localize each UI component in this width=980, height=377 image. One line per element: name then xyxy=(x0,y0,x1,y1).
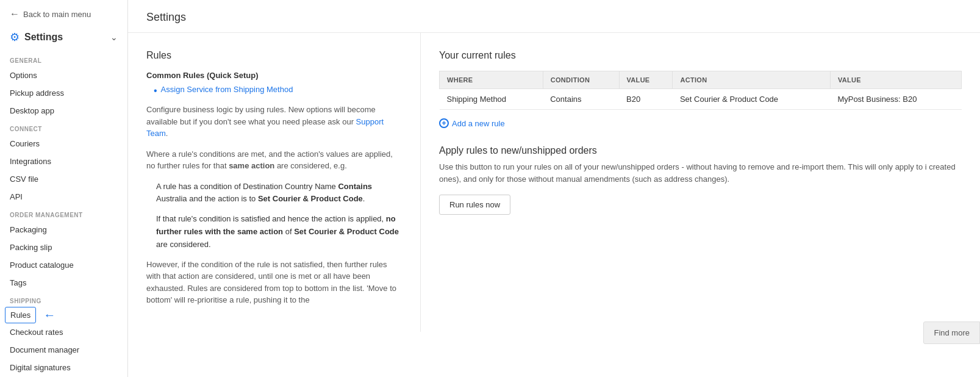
section-label-general: GENERAL xyxy=(0,51,127,66)
row-value: B20 xyxy=(619,89,673,110)
row-where: Shipping Method xyxy=(440,89,543,110)
desc1: Configure business logic by using rules.… xyxy=(146,104,402,140)
rules-table: WHERE CONDITION VALUE ACTION VALUE Shipp… xyxy=(439,71,962,110)
sidebar: ← Back to main menu ⚙ Settings ⌄ GENERAL… xyxy=(0,0,128,377)
col-value: VALUE xyxy=(619,71,673,89)
page-header: Settings xyxy=(128,0,980,33)
add-rule-label: Add a new rule xyxy=(452,119,505,128)
sidebar-item-options[interactable]: Options xyxy=(0,66,127,84)
example1-end: . xyxy=(363,194,365,203)
apply-rules-desc: Use this button to run your rules on all… xyxy=(439,161,962,185)
row-action-value: MyPost Business: B20 xyxy=(830,89,961,110)
example1-bold2: Set Courier & Product Code xyxy=(258,194,363,203)
sidebar-item-pickup-address[interactable]: Pickup address xyxy=(0,84,127,102)
sidebar-item-rules[interactable]: Rules xyxy=(5,307,36,323)
example2-text: If that rule's condition is satisfied an… xyxy=(156,213,402,251)
back-label: Back to main menu xyxy=(23,10,91,19)
right-panel: Your current rules WHERE CONDITION VALUE… xyxy=(421,33,980,332)
add-rule-link[interactable]: + Add a new rule xyxy=(439,118,962,128)
main-content: Settings Rules Common Rules (Quick Setup… xyxy=(128,0,980,377)
col-action-value: VALUE xyxy=(830,71,961,89)
chevron-down-icon[interactable]: ⌄ xyxy=(110,32,118,42)
example1-mid: Australia and the action is to xyxy=(156,194,258,203)
example1-text: A rule has a condition of Destination Co… xyxy=(156,181,402,206)
example1-start: A rule has a condition of Destination Co… xyxy=(156,182,338,191)
table-row: Shipping Method Contains B20 Set Courier… xyxy=(440,89,962,110)
example1-bold1: Contains xyxy=(338,182,372,191)
example2-bold2: Set Courier & Product Code xyxy=(294,227,399,236)
desc1-text: Configure business logic by using rules.… xyxy=(146,105,376,126)
sidebar-item-packing-slip[interactable]: Packing slip xyxy=(0,239,127,256)
section-label-order-management: ORDER MANAGEMENT xyxy=(0,206,127,221)
example2-start: If that rule's condition is satisfied an… xyxy=(156,214,386,223)
sidebar-item-document-manager[interactable]: Document manager xyxy=(0,341,127,359)
sidebar-item-tags[interactable]: Tags xyxy=(0,274,127,292)
sidebar-item-product-catalogue[interactable]: Product catalogue xyxy=(0,256,127,274)
example2-mid: of xyxy=(283,227,294,236)
common-rules-link-item: • Assign Service from Shipping Method xyxy=(154,85,402,96)
rules-arrow-indicator: ← xyxy=(43,308,55,322)
desc1-end: . xyxy=(166,129,168,138)
bullet-dot-icon: • xyxy=(154,85,157,96)
back-arrow-icon: ← xyxy=(10,9,20,20)
section-label-shipping: SHIPPING xyxy=(0,292,127,307)
settings-header-left: ⚙ Settings xyxy=(10,31,63,44)
example1: A rule has a condition of Destination Co… xyxy=(146,181,402,251)
run-rules-button[interactable]: Run rules now xyxy=(439,195,510,215)
settings-sidebar-title: Settings xyxy=(24,32,63,43)
row-condition: Contains xyxy=(543,89,619,110)
col-where: WHERE xyxy=(440,71,543,89)
sidebar-item-api[interactable]: API xyxy=(0,188,127,206)
sidebar-item-integrations[interactable]: Integrations xyxy=(0,153,127,170)
common-rules-title: Common Rules (Quick Setup) xyxy=(146,71,402,80)
sidebar-item-packaging[interactable]: Packaging xyxy=(0,221,127,239)
example2-end: are considered. xyxy=(156,240,211,249)
apply-rules-title: Apply rules to new/unshipped orders xyxy=(439,145,962,156)
desc2-end: are considered, e.g. xyxy=(274,161,347,170)
assign-service-link[interactable]: Assign Service from Shipping Method xyxy=(161,85,293,94)
desc2: Where a rule's conditions are met, and t… xyxy=(146,148,402,172)
gear-icon: ⚙ xyxy=(10,31,20,44)
sidebar-item-csv-file[interactable]: CSV file xyxy=(0,170,127,188)
find-more-button[interactable]: Find more xyxy=(923,321,980,344)
back-to-main-menu-link[interactable]: ← Back to main menu xyxy=(0,0,127,26)
section-label-connect: CONNECT xyxy=(0,120,127,135)
desc2-bold: same action xyxy=(229,161,274,170)
sidebar-item-digital-signatures[interactable]: Digital signatures xyxy=(0,359,127,376)
plus-circle-icon: + xyxy=(439,118,449,128)
left-panel: Rules Common Rules (Quick Setup) • Assig… xyxy=(128,33,421,332)
content-area: Rules Common Rules (Quick Setup) • Assig… xyxy=(128,33,980,332)
row-action: Set Courier & Product Code xyxy=(673,89,830,110)
settings-header: ⚙ Settings ⌄ xyxy=(0,26,127,51)
page-title: Settings xyxy=(146,11,962,24)
example3-text: However, if the condition of the rule is… xyxy=(146,259,402,306)
col-condition: CONDITION xyxy=(543,71,619,89)
current-rules-title: Your current rules xyxy=(439,50,962,61)
sidebar-item-desktop-app[interactable]: Desktop app xyxy=(0,102,127,120)
sidebar-item-couriers[interactable]: Couriers xyxy=(0,135,127,153)
rules-section-title: Rules xyxy=(146,50,402,61)
sidebar-item-checkout-rates[interactable]: Checkout rates xyxy=(0,323,127,341)
col-action: ACTION xyxy=(673,71,830,89)
